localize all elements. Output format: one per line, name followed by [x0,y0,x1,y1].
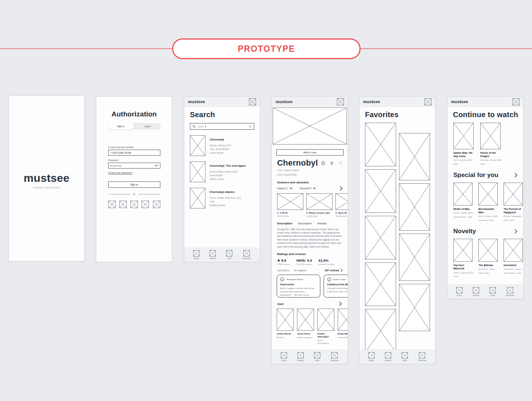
result-meta: James Jones [209,177,246,181]
cast-card[interactable]: Stellan Skarsgård Boris Shcherbina [317,309,334,345]
result-meta: USA, Great Britain [209,147,231,151]
heart-icon[interactable]: ♡ [338,161,342,165]
movie-description: On April 26, 1986, the Chernobyl Nuclear… [277,228,343,249]
movie-card-meta: Great Britain, USA [453,215,474,219]
share-icon[interactable] [321,161,325,165]
eye-icon[interactable] [154,164,158,167]
nav-home[interactable]: Home [368,352,375,361]
favorite-poster-placeholder[interactable] [399,234,430,281]
email-value: +7(927)345-78-65 [110,152,131,154]
cast-card[interactable]: Johan Renck Director [277,309,294,345]
favorite-poster-placeholder[interactable] [399,183,430,231]
favorite-poster-placeholder[interactable] [365,169,396,213]
star-icon: ★ [277,258,280,262]
bottom-nav: Home Search Lists Favorites [447,285,523,299]
nav-search[interactable]: Search [209,250,216,259]
email-field[interactable]: +7(927)345-78-65 [108,150,160,156]
cast-card[interactable]: Emily Watso Ulana Khom [338,309,348,345]
episode-card[interactable]: 2. Please remain calm 13.05.2019 [306,193,332,217]
nav-favorites[interactable]: Favorites [418,352,427,361]
rating-value: 61,5% [319,258,334,262]
review-card-positive[interactable]: Alexander Petrov Good series Martyr Lega… [277,275,320,298]
profile-placeholder[interactable] [512,98,519,105]
download-icon[interactable] [330,161,334,165]
favorite-poster-placeholder[interactable] [365,262,396,306]
movie-card[interactable]: Wrath of Man Action, thriller 2021 Great… [453,183,474,222]
favorite-poster-placeholder[interactable] [365,309,396,350]
nav-favorites[interactable]: Favorites [506,287,515,296]
nav-label: Lists [315,359,319,361]
favorite-poster-placeholder[interactable] [399,133,430,180]
cast-name: Stellan Skarsgård [317,332,334,338]
movie-card[interactable]: The Batman Detective, crime 2022 USA [478,239,499,278]
favorite-poster-placeholder[interactable] [365,216,396,259]
movie-card[interactable]: Bicentennial Man Sci-Fi, drama 1999 Germ… [478,183,499,222]
favorite-poster-placeholder[interactable] [399,284,430,331]
auth-title: Authorization [96,110,172,118]
profile-placeholder[interactable] [337,98,344,105]
nav-label: Favorites [418,359,427,361]
season-select[interactable]: Season 1 [277,187,293,190]
movie-card[interactable]: Uncharted Adventure, action 2022 Spain, … [504,239,524,278]
nav-lists[interactable]: Lists [314,352,320,361]
watch-now-button[interactable]: Watch now [276,149,344,156]
chevron-down-icon [313,187,316,190]
social-icon-placeholder[interactable] [130,201,138,208]
nav-label: Lists [491,294,495,296]
forgot-password-link[interactable]: Forgot your password? [108,171,133,174]
cast-photo-placeholder [338,309,348,331]
social-icon-placeholder[interactable] [153,201,160,208]
movie-card-title: Wrath of Man [453,207,474,211]
screen-splash: mustsee online seenema [8,96,85,261]
nav-lists[interactable]: Lists [226,250,232,259]
cast-role: Valery Legasov [297,336,314,339]
sign-in-button[interactable]: Sign in [108,181,160,188]
episode-select[interactable]: Episode 5 [300,187,316,190]
nav-search[interactable]: Search [473,287,479,296]
nav-home[interactable]: Home [193,250,200,259]
social-icon-placeholder[interactable] [141,201,149,208]
search-result-item[interactable]: Chernobyl Drama, history 2019 USA, Great… [190,135,254,156]
brand-label: mustsee [188,99,205,104]
tab-sign-in[interactable]: Sign in [108,123,134,129]
episode-card[interactable]: 1. 1:23:45 06.05.2019 [277,193,303,217]
password-field[interactable]: ••••••••• [108,163,160,169]
nav-search[interactable]: Search [385,352,391,361]
movie-card[interactable]: Top Gun: Maverick Action, drama 2022 USA [453,239,474,278]
nav-search[interactable]: Search [297,352,304,361]
nav-lists[interactable]: Lists [402,352,408,361]
profile-placeholder[interactable] [249,98,256,105]
all-reviews-link[interactable]: 187 reviews [325,269,342,272]
chevron-right-icon[interactable] [515,229,517,234]
profile-placeholder[interactable] [424,98,432,105]
cast-card[interactable]: Jared Harris Valery Legasov [297,309,314,345]
appbar: mustsee [272,97,348,107]
nav-home[interactable]: Home [281,352,287,361]
movie-card[interactable]: Spider-Man: No way home Sci-Fi, action 2… [453,123,476,166]
search-input[interactable]: Chern ✕ [190,123,254,130]
favorite-poster-placeholder[interactable] [365,123,396,166]
nav-favorites[interactable]: Favorites [331,352,339,361]
chevron-right-icon[interactable] [340,186,342,191]
nav-lists[interactable]: Lists [490,287,496,296]
movie-card[interactable]: The Pursuit of Happynes Drama, biography… [504,183,524,222]
review-title: Good series [280,283,317,286]
search-result-item[interactable]: Chernobyl diaries Horror, thriller, dete… [190,188,254,208]
movie-card[interactable]: House of the Dragon Fantasy, drama 2022 … [480,123,503,166]
chevron-right-icon[interactable] [339,302,342,306]
chevron-right-icon[interactable] [515,173,517,177]
search-result-item[interactable]: Chernobyl: The lost tapes documentary, h… [190,162,254,182]
tab-log-in[interactable]: Log in [134,123,161,129]
clear-icon[interactable]: ✕ [249,125,252,128]
tab-description[interactable]: Description [277,222,292,225]
social-icon-placeholder[interactable] [108,201,116,208]
screen-authorization: Authorization Sign in Log in E-mail or p… [96,96,172,262]
nav-favorites[interactable]: Favorites [243,250,251,259]
social-icon-placeholder[interactable] [119,201,127,208]
tab-description-2[interactable]: Description [298,222,312,225]
home-icon [193,250,200,256]
episode-card[interactable]: 3. Open W 20.05.2019 [335,193,348,217]
tab-awards[interactable]: Awards [317,222,327,225]
nav-home[interactable]: Home [456,287,463,296]
review-card-negative[interactable]: Dmitry Ivano Cranberry from HB I thought… [324,275,348,298]
